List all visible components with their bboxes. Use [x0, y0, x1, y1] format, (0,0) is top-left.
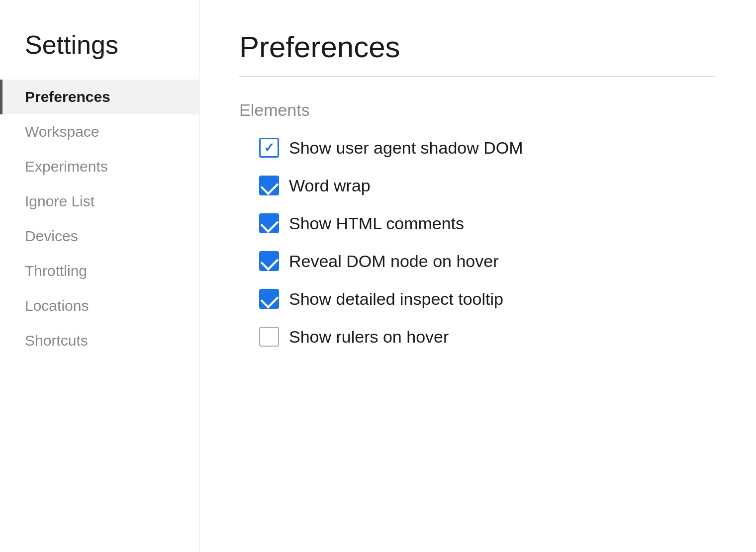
sidebar-item-devices[interactable]: Devices — [0, 219, 199, 254]
checkbox-inspect-tooltip[interactable] — [259, 289, 279, 309]
page-title: Preferences — [239, 30, 716, 64]
checkbox-label-word-wrap: Word wrap — [289, 176, 371, 195]
checkbox-item-word-wrap[interactable]: Word wrap — [259, 176, 716, 195]
checkbox-label-inspect-tooltip: Show detailed inspect tooltip — [289, 289, 503, 309]
main-content: Preferences ElementsShow user agent shad… — [199, 0, 756, 552]
checkbox-item-inspect-tooltip[interactable]: Show detailed inspect tooltip — [259, 289, 716, 309]
sidebar-item-shortcuts[interactable]: Shortcuts — [0, 323, 199, 358]
checkbox-label-reveal-dom: Reveal DOM node on hover — [289, 252, 498, 271]
checkbox-label-rulers: Show rulers on hover — [289, 327, 449, 347]
checkbox-item-reveal-dom[interactable]: Reveal DOM node on hover — [259, 251, 716, 271]
checkbox-item-html-comments[interactable]: Show HTML comments — [259, 213, 716, 233]
checkbox-shadow-dom[interactable] — [259, 138, 279, 158]
checkbox-label-html-comments: Show HTML comments — [289, 214, 464, 233]
checkbox-word-wrap[interactable] — [259, 176, 279, 195]
section-title: Elements — [239, 100, 716, 120]
sidebar-item-ignore-list[interactable]: Ignore List — [0, 184, 199, 219]
sections-container: ElementsShow user agent shadow DOMWord w… — [239, 100, 716, 347]
checkbox-reveal-dom[interactable] — [259, 251, 279, 271]
sidebar-item-locations[interactable]: Locations — [0, 288, 199, 323]
sidebar-item-workspace[interactable]: Workspace — [0, 114, 199, 149]
sidebar-item-preferences[interactable]: Preferences — [0, 80, 199, 114]
sidebar-item-throttling[interactable]: Throttling — [0, 254, 199, 288]
checkbox-rulers[interactable] — [259, 327, 279, 347]
content-divider — [239, 76, 716, 77]
sidebar: Settings PreferencesWorkspaceExperiments… — [0, 0, 199, 552]
sidebar-item-experiments[interactable]: Experiments — [0, 149, 199, 184]
checkbox-html-comments[interactable] — [259, 213, 279, 233]
checkbox-item-rulers[interactable]: Show rulers on hover — [259, 327, 716, 347]
checkbox-list: Show user agent shadow DOMWord wrapShow … — [239, 138, 716, 347]
checkbox-label-shadow-dom: Show user agent shadow DOM — [289, 138, 523, 158]
sidebar-title: Settings — [0, 30, 199, 80]
section-elements: ElementsShow user agent shadow DOMWord w… — [239, 100, 716, 347]
sidebar-nav: PreferencesWorkspaceExperimentsIgnore Li… — [0, 80, 199, 358]
checkbox-item-shadow-dom[interactable]: Show user agent shadow DOM — [259, 138, 716, 158]
